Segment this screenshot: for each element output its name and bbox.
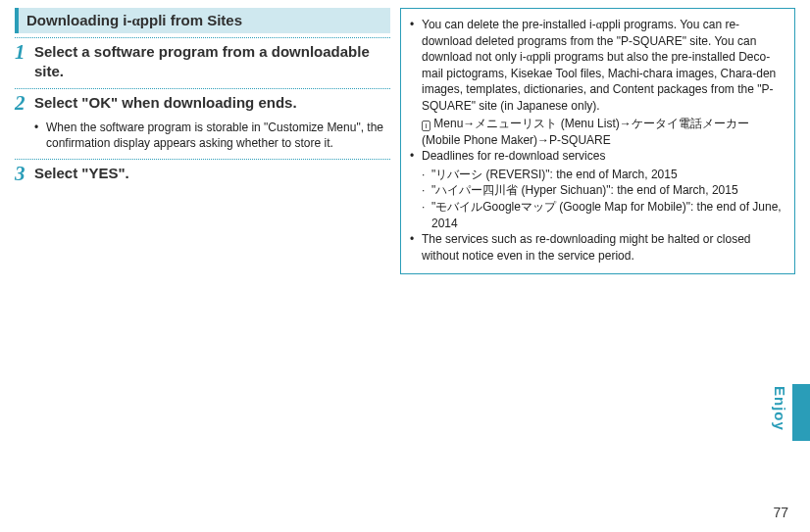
deadline-item: ·"ハイパー四川省 (Hyper Sichuan)": the end of M… xyxy=(422,182,785,199)
small-dot: · xyxy=(422,182,428,199)
deadline-item: ·"モバイルGoogleマップ (Google Map for Mobile)"… xyxy=(422,199,785,231)
sub-text: When the software program is storable in… xyxy=(46,120,390,151)
step-3: 3 Select "YES". xyxy=(15,159,390,188)
step-text: Select "OK" when downloading ends. xyxy=(34,93,297,113)
section-header: Downloading i-αppli from Sites xyxy=(15,8,390,33)
header-alpha: α xyxy=(131,13,139,28)
note-bullet-3: • The services such as re-downloading mi… xyxy=(410,231,785,264)
step-sub-bullet: • When the software program is storable … xyxy=(34,120,390,151)
note-text: The services such as re-downloading migh… xyxy=(422,231,785,264)
deadline-item: ·"リバーシ (REVERSI)": the end of March, 201… xyxy=(422,167,785,183)
side-tab xyxy=(792,384,810,441)
step-number: 1 xyxy=(15,42,28,63)
i-mode-icon: i xyxy=(422,121,430,131)
side-label: Enjoy xyxy=(772,386,788,431)
header-pre: Downloading i- xyxy=(26,12,131,28)
header-post: ppli from Sites xyxy=(140,12,242,28)
note-text: You can delete the pre-installed i-αppli… xyxy=(422,17,785,114)
bullet-dot: • xyxy=(34,120,41,151)
small-dot: · xyxy=(422,199,428,231)
note-path: i Menu→メニューリスト (Menu List)→ケータイ電話メーカー (M… xyxy=(422,116,785,148)
step-text: Select "YES". xyxy=(34,164,129,183)
bullet-dot: • xyxy=(410,148,417,165)
note-bullet-2: • Deadlines for re-download services xyxy=(410,148,785,165)
step-text: Select a software program from a downloa… xyxy=(34,42,390,80)
bullet-dot: • xyxy=(410,231,417,264)
step-number: 2 xyxy=(15,93,28,114)
note-text: Deadlines for re-download services xyxy=(422,148,605,165)
step-2: 2 Select "OK" when downloading ends. • W… xyxy=(15,88,390,155)
step-1: 1 Select a software program from a downl… xyxy=(15,37,390,84)
small-dot: · xyxy=(422,167,428,183)
bullet-dot: • xyxy=(410,17,417,114)
page-number: 77 xyxy=(773,505,788,520)
notes-box: • You can delete the pre-installed i-αpp… xyxy=(400,8,795,274)
step-number: 3 xyxy=(15,164,28,184)
path-text: Menu→メニューリスト (Menu List)→ケータイ電話メーカー (Mob… xyxy=(422,117,749,147)
note-bullet-1: • You can delete the pre-installed i-αpp… xyxy=(410,17,785,114)
